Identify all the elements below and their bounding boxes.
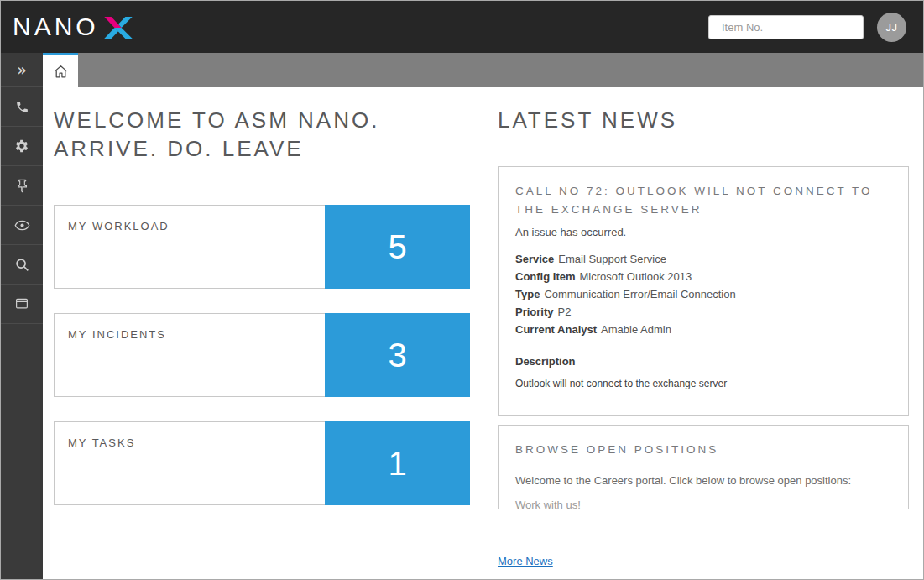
field-value: Communication Error/Email Connection — [544, 288, 735, 300]
sidebar-item-search[interactable] — [1, 245, 43, 285]
more-news-link[interactable]: More News — [498, 555, 553, 567]
sidebar-item-windows[interactable] — [1, 285, 43, 324]
sidebar-item-settings[interactable] — [1, 127, 43, 166]
double-chevron-right-icon: » — [17, 62, 27, 78]
welcome-heading: WELCOME TO ASM NANO. ARRIVE. DO. LEAVE — [54, 106, 470, 163]
news-item-intro: An issue has occurred. — [515, 226, 891, 238]
news-item-title: BROWSE OPEN POSITIONS — [515, 441, 891, 459]
description-text: Outlook will not connect to the exchange… — [515, 378, 891, 389]
gear-icon — [14, 138, 29, 154]
field-value: P2 — [558, 306, 572, 318]
search-input[interactable] — [722, 21, 869, 34]
eye-icon — [14, 217, 30, 233]
header-right-group: JJ — [708, 13, 906, 42]
stat-value[interactable]: 3 — [325, 313, 470, 397]
field-value: Microsoft Outlook 2013 — [580, 270, 692, 283]
field-current-analyst: Current AnalystAmable Admin — [515, 321, 891, 338]
field-label: Type — [515, 288, 540, 300]
stat-label: MY WORKLOAD — [55, 206, 325, 288]
left-icon-sidebar: » — [1, 53, 43, 579]
field-label: Service — [515, 253, 554, 265]
window-icon — [14, 296, 29, 311]
sidebar-item-calls[interactable] — [1, 87, 43, 127]
stat-label: MY INCIDENTS — [55, 314, 325, 396]
stat-card-my-workload[interactable]: MY WORKLOAD 5 — [54, 205, 470, 289]
sidebar-item-watch[interactable] — [1, 206, 43, 245]
dashboard-column: WELCOME TO ASM NANO. ARRIVE. DO. LEAVE M… — [54, 87, 470, 579]
news-column: LATEST NEWS CALL NO 72: OUTLOOK WILL NOT… — [498, 87, 909, 579]
phone-icon — [15, 100, 29, 114]
stat-card-my-incidents[interactable]: MY INCIDENTS 3 — [54, 313, 470, 397]
stat-label: MY TASKS — [55, 422, 325, 504]
field-value: Email Support Service — [558, 253, 666, 265]
main-content: WELCOME TO ASM NANO. ARRIVE. DO. LEAVE M… — [43, 87, 923, 579]
news-item-intro: Welcome to the Careers portal. Click bel… — [515, 474, 891, 487]
field-label: Config Item — [515, 270, 576, 283]
tab-home[interactable] — [43, 53, 78, 87]
user-avatar[interactable]: JJ — [877, 13, 906, 42]
sidebar-expand-button[interactable]: » — [1, 53, 43, 87]
nano-logo[interactable]: NANO — [13, 13, 133, 41]
sidebar-item-pinned[interactable] — [1, 166, 43, 206]
field-value: Amable Admin — [601, 323, 671, 336]
app-window: NANO JJ » — [0, 0, 924, 580]
field-label: Current Analyst — [515, 323, 597, 336]
news-item-call-72[interactable]: CALL NO 72: OUTLOOK WILL NOT CONNECT TO … — [498, 166, 909, 416]
stat-value[interactable]: 1 — [325, 421, 470, 505]
logo-x-icon — [104, 17, 133, 39]
top-header-bar: NANO JJ — [1, 1, 923, 53]
logo-text: NANO — [13, 13, 99, 41]
news-item-fields: ServiceEmail Support Service Config Item… — [515, 250, 891, 338]
field-label: Priority — [515, 306, 554, 318]
latest-news-heading: LATEST NEWS — [498, 106, 909, 134]
item-search-box[interactable] — [708, 15, 864, 39]
welcome-line2: ARRIVE. DO. LEAVE — [54, 136, 304, 161]
stat-value[interactable]: 5 — [325, 205, 470, 289]
pin-icon — [15, 179, 29, 193]
news-item-title: CALL NO 72: OUTLOOK WILL NOT CONNECT TO … — [515, 182, 891, 219]
field-priority: PriorityP2 — [515, 303, 891, 321]
field-config-item: Config ItemMicrosoft Outlook 2013 — [515, 268, 891, 285]
news-item-open-positions[interactable]: BROWSE OPEN POSITIONS Welcome to the Car… — [498, 425, 909, 509]
welcome-line1: WELCOME TO ASM NANO. — [54, 107, 379, 133]
tab-strip — [43, 53, 923, 87]
field-type: TypeCommunication Error/Email Connection — [515, 285, 891, 303]
work-with-us-link[interactable]: Work with us! — [515, 499, 581, 509]
field-service: ServiceEmail Support Service — [515, 250, 891, 268]
search-icon — [15, 258, 29, 272]
stat-card-my-tasks[interactable]: MY TASKS 1 — [54, 421, 470, 505]
home-icon — [53, 64, 69, 80]
description-label: Description — [515, 355, 891, 368]
